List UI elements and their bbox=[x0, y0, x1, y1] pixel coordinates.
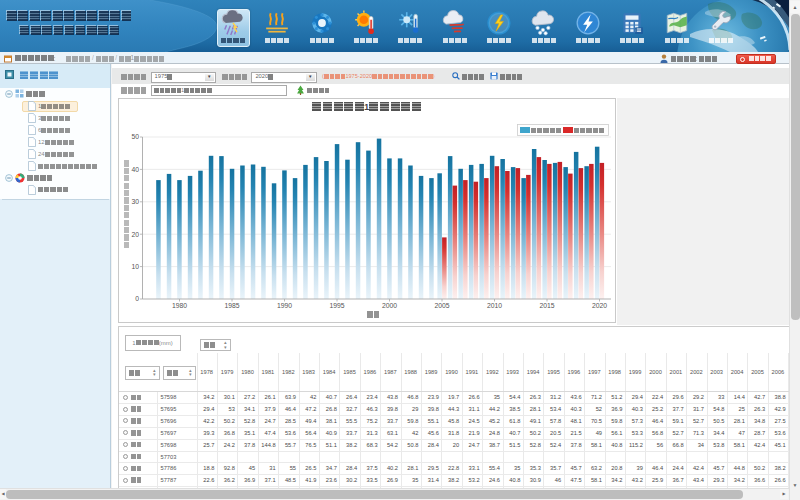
svg-text:10: 10 bbox=[131, 263, 139, 270]
svg-text:1990: 1990 bbox=[276, 302, 291, 309]
svg-text:20: 20 bbox=[131, 231, 139, 238]
svg-text:1985: 1985 bbox=[224, 302, 239, 309]
svg-text:2005: 2005 bbox=[434, 302, 449, 309]
svg-text:1980: 1980 bbox=[171, 302, 186, 309]
svg-text:40: 40 bbox=[131, 166, 139, 173]
svg-text:30: 30 bbox=[131, 198, 139, 205]
svg-text:50: 50 bbox=[131, 133, 139, 140]
svg-text:2015: 2015 bbox=[539, 302, 554, 309]
svg-text:2010: 2010 bbox=[486, 302, 501, 309]
svg-text:2000: 2000 bbox=[381, 302, 396, 309]
svg-text:0: 0 bbox=[135, 295, 139, 302]
svg-text:1995: 1995 bbox=[329, 302, 344, 309]
svg-text:2020: 2020 bbox=[591, 302, 606, 309]
